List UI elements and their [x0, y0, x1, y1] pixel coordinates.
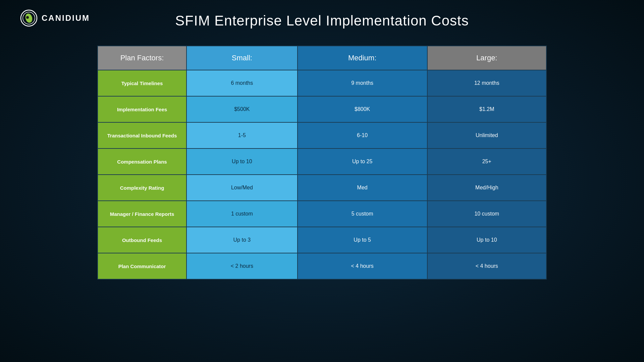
header-factor: Plan Factors:	[98, 46, 186, 70]
row-label: Implementation Fees	[98, 96, 186, 122]
row-label: Typical Timelines	[98, 70, 186, 96]
row-medium-value: Med	[298, 175, 427, 201]
table-row: Outbound FeedsUp to 3Up to 5Up to 10	[98, 227, 546, 253]
table-header-row: Plan Factors: Small: Medium: Large:	[98, 46, 546, 70]
row-medium-value: $800K	[298, 96, 427, 122]
header-large: Large:	[427, 46, 546, 70]
header-medium: Medium:	[298, 46, 427, 70]
page-title: SFIM Enterprise Level Implementation Cos…	[20, 9, 624, 29]
row-large-value: $1.2M	[427, 96, 546, 122]
row-large-value: Unlimited	[427, 122, 546, 148]
svg-point-3	[26, 16, 29, 19]
row-small-value: Low/Med	[186, 175, 298, 201]
row-small-value: $500K	[186, 96, 298, 122]
row-label: Manager / Finance Reports	[98, 201, 186, 227]
row-large-value: 12 months	[427, 70, 546, 96]
row-small-value: 6 months	[186, 70, 298, 96]
table-row: Manager / Finance Reports1 custom5 custo…	[98, 201, 546, 227]
logo: CANIDIUM	[20, 9, 90, 27]
row-medium-value: < 4 hours	[298, 253, 427, 279]
svg-point-2	[24, 13, 34, 23]
canidium-logo-icon	[20, 9, 38, 27]
row-small-value: < 2 hours	[186, 253, 298, 279]
row-label: Complexity Rating	[98, 175, 186, 201]
row-large-value: Med/High	[427, 175, 546, 201]
row-label: Transactional Inbound Feeds	[98, 122, 186, 148]
table-row: Implementation Fees$500K$800K$1.2M	[98, 96, 546, 122]
row-large-value: < 4 hours	[427, 253, 546, 279]
row-label: Compensation Plans	[98, 148, 186, 175]
table-row: Typical Timelines6 months9 months12 mont…	[98, 70, 546, 96]
row-label: Plan Communicator	[98, 253, 186, 279]
row-small-value: Up to 10	[186, 148, 298, 175]
page-header: CANIDIUM SFIM Enterprise Level Implement…	[0, 0, 644, 32]
table-row: Complexity RatingLow/MedMedMed/High	[98, 175, 546, 201]
row-medium-value: 9 months	[298, 70, 427, 96]
table-row: Compensation PlansUp to 10Up to 2525+	[98, 148, 546, 175]
row-medium-value: 5 custom	[298, 201, 427, 227]
row-small-value: 1-5	[186, 122, 298, 148]
comparison-table-container: Plan Factors: Small: Medium: Large: Typi…	[97, 46, 547, 280]
row-small-value: 1 custom	[186, 201, 298, 227]
row-large-value: 25+	[427, 148, 546, 175]
row-medium-value: 6-10	[298, 122, 427, 148]
row-small-value: Up to 3	[186, 227, 298, 253]
row-large-value: 10 custom	[427, 201, 546, 227]
row-medium-value: Up to 5	[298, 227, 427, 253]
table-row: Transactional Inbound Feeds1-56-10Unlimi…	[98, 122, 546, 148]
row-large-value: Up to 10	[427, 227, 546, 253]
comparison-table: Plan Factors: Small: Medium: Large: Typi…	[97, 46, 547, 280]
row-medium-value: Up to 25	[298, 148, 427, 175]
table-row: Plan Communicator< 2 hours< 4 hours< 4 h…	[98, 253, 546, 279]
row-label: Outbound Feeds	[98, 227, 186, 253]
header-small: Small:	[186, 46, 298, 70]
logo-text: CANIDIUM	[42, 13, 90, 23]
